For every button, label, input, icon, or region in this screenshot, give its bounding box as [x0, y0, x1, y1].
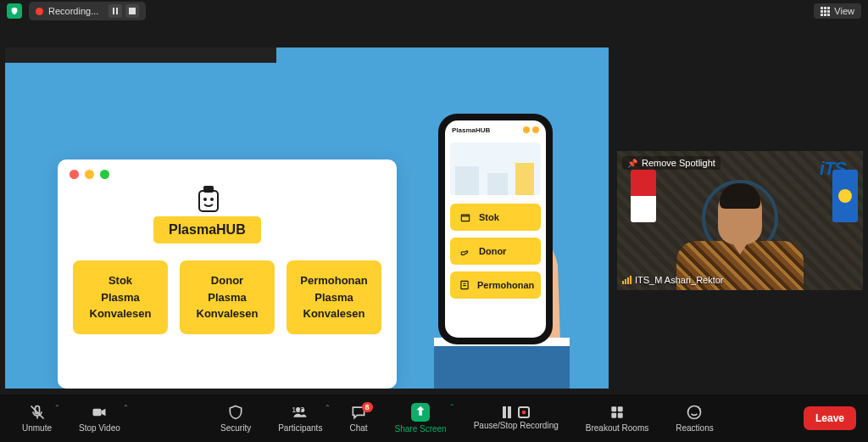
view-button[interactable]: View [814, 3, 861, 19]
breakout-rooms-button[interactable]: Breakout Rooms [576, 400, 659, 436]
bloodbag-icon [196, 186, 221, 220]
smile-icon [686, 404, 703, 421]
phone-card-donor: Donor [450, 238, 541, 265]
participants-count: 123 [292, 406, 304, 414]
recording-pause-button[interactable] [108, 4, 122, 18]
shield-icon [227, 404, 244, 421]
svg-rect-4 [203, 186, 214, 193]
phone-card-stok: Stok [450, 204, 541, 231]
svg-rect-16 [618, 406, 623, 411]
recording-label: Recording... [48, 6, 98, 16]
spotlight-video-pane[interactable]: iTS 📌 Remove Spotlight ITS_M Ashari_Rekt… [617, 151, 863, 290]
phone-mockup: PlasmaHUB Stok Donor Permohonan [438, 114, 553, 344]
window-dots [58, 159, 397, 189]
video-icon [91, 404, 108, 421]
svg-rect-2 [129, 8, 136, 14]
svg-rect-9 [461, 215, 469, 221]
recording-indicator: Recording... [29, 2, 146, 20]
app-title-badge: PlasmaHUB [153, 216, 261, 243]
hand-heart-icon [459, 244, 472, 258]
svg-rect-12 [93, 409, 102, 416]
svg-rect-0 [113, 8, 114, 14]
chevron-up-icon[interactable]: ⌃ [123, 404, 129, 411]
svg-rect-1 [116, 8, 118, 14]
svg-rect-18 [618, 413, 623, 418]
pause-stop-icon [503, 406, 530, 418]
its-flag-icon [832, 170, 858, 222]
grid-icon [821, 7, 830, 16]
chevron-up-icon[interactable]: ⌃ [449, 403, 455, 411]
svg-rect-17 [611, 413, 616, 418]
chevron-up-icon[interactable]: ⌃ [54, 404, 60, 411]
window-close-dot-icon [70, 170, 79, 179]
encryption-shield-icon[interactable] [7, 3, 22, 19]
recording-dot-icon [36, 8, 43, 15]
chat-button[interactable]: 8 Chat [339, 400, 377, 436]
svg-rect-3 [199, 191, 218, 211]
svg-rect-7 [434, 341, 570, 389]
reactions-button[interactable]: Reactions [665, 400, 723, 436]
unmute-button[interactable]: ⌃ Unmute [12, 400, 62, 436]
shared-screen-pane: PlasmaHUB Stok Plasma Konvalesen Donor P… [5, 48, 609, 389]
participant-name-label: ITS_M Ashari_Rektor [622, 275, 724, 285]
share-icon [411, 403, 430, 422]
mic-muted-icon [29, 404, 46, 421]
box-icon [459, 210, 472, 224]
share-screen-button[interactable]: ⌃ Share Screen [385, 400, 457, 437]
leave-button[interactable]: Leave [804, 406, 856, 430]
window-min-dot-icon [85, 170, 94, 179]
phone-header-icons [523, 126, 539, 133]
window-max-dot-icon [100, 170, 109, 179]
web-card-stok: Stok Plasma Konvalesen [73, 260, 168, 334]
svg-point-6 [210, 198, 214, 201]
web-card-permohonan: Permohonan Plasma Konvalesen [287, 260, 381, 334]
presentation-black-bar [5, 48, 276, 63]
web-card-donor: Donor Plasma Konvalesen [180, 260, 275, 334]
participants-button[interactable]: ⌃ 123 Participants [268, 400, 332, 436]
phone-banner [450, 143, 541, 195]
meeting-top-bar: Recording... View [0, 0, 868, 22]
chevron-up-icon[interactable]: ⌃ [325, 404, 331, 411]
remove-spotlight-button[interactable]: 📌 Remove Spotlight [622, 156, 721, 170]
meeting-toolbar: ⌃ Unmute ⌃ Stop Video Security ⌃ 123 Par… [0, 394, 868, 442]
view-label: View [834, 6, 854, 16]
recording-stop-button[interactable] [125, 4, 139, 18]
pin-icon: 📌 [627, 159, 637, 168]
security-button[interactable]: Security [210, 400, 261, 436]
chat-badge: 8 [362, 402, 373, 412]
svg-point-5 [203, 198, 207, 201]
indonesia-flag-icon [631, 170, 656, 222]
svg-point-19 [688, 406, 701, 419]
browser-mockup: PlasmaHUB Stok Plasma Konvalesen Donor P… [58, 159, 397, 389]
phone-app-title: PlasmaHUB [452, 126, 490, 134]
svg-rect-15 [611, 406, 616, 411]
signal-icon [622, 276, 632, 284]
phone-card-permohonan: Permohonan [450, 271, 541, 299]
participant-video: iTS [617, 151, 863, 290]
stop-video-button[interactable]: ⌃ Stop Video [69, 400, 131, 436]
grid4-icon [609, 404, 626, 421]
form-icon [459, 278, 470, 292]
pause-stop-recording-button[interactable]: Pause/Stop Recording [464, 403, 569, 434]
